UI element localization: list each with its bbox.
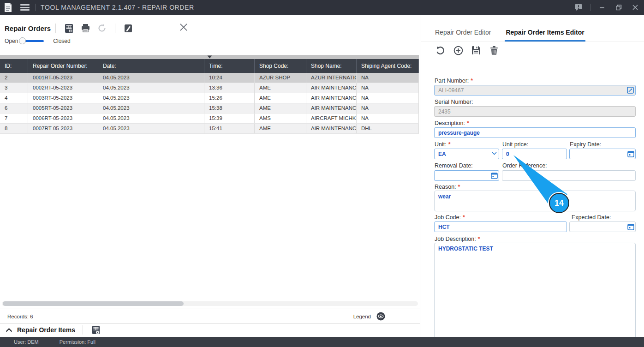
legend-label: Legend xyxy=(353,314,371,319)
column-header[interactable]: Time: xyxy=(204,59,255,73)
unit-select[interactable] xyxy=(434,149,499,159)
add-icon[interactable] xyxy=(453,45,463,55)
toolbar-separator xyxy=(83,325,83,335)
calendar-icon[interactable] xyxy=(627,223,634,230)
titlebar-separator xyxy=(590,4,590,11)
calendar-icon[interactable] xyxy=(491,172,498,179)
window-title: TOOL MANAGEMENT 2.1.407 - REPAIR ORDER xyxy=(41,4,194,11)
table-cell: AME xyxy=(255,103,306,113)
expected-date-label: Expected Date: xyxy=(572,214,611,221)
removal-date-field[interactable] xyxy=(434,170,499,181)
table-cell: 8 xyxy=(0,124,28,133)
table-row[interactable]: 70006RT-05-202304.05.202315:39AMSAIRCRAF… xyxy=(0,114,419,124)
table-cell: 10:24 xyxy=(204,73,255,83)
menu-icon[interactable] xyxy=(20,4,30,11)
delete-icon[interactable] xyxy=(489,45,499,55)
table-cell: 04.05.2023 xyxy=(98,103,204,113)
toggle-track[interactable] xyxy=(23,40,44,42)
column-header[interactable]: ID: xyxy=(0,59,28,73)
expiry-date-field[interactable] xyxy=(569,149,636,159)
column-header[interactable]: Shop Code: xyxy=(255,59,306,73)
collapse-up-icon[interactable] xyxy=(6,328,12,332)
table-row[interactable]: 40003RT-05-202304.05.202315:26AMEAIR MAI… xyxy=(0,93,419,103)
job-description-label: Job Description:* xyxy=(435,236,480,242)
part-number-field[interactable] xyxy=(434,85,636,96)
table-cell: AIR MAINTENANCE E... xyxy=(306,83,357,93)
table-row[interactable]: 20001RT-05-202304.05.202310:24AZUR SHOPA… xyxy=(0,73,419,83)
close-icon[interactable] xyxy=(630,2,640,12)
table-cell: 7 xyxy=(0,114,28,123)
table-cell: 6 xyxy=(0,103,28,113)
open-closed-toggle[interactable]: Open Closed xyxy=(5,38,71,44)
job-code-label: Job Code:* xyxy=(435,214,465,221)
editor-panel: Repair Order Editor Repair Order Items E… xyxy=(421,15,644,337)
horizontal-scrollbar[interactable] xyxy=(2,301,418,306)
status-user: User: DEM xyxy=(14,339,39,345)
table-cell: 0005RT-05-2023 xyxy=(28,103,98,113)
part-number-lookup-icon[interactable] xyxy=(627,87,634,94)
table-cell: AZUR INTERNATION... xyxy=(306,73,357,83)
job-description-field[interactable]: HYDROSTATIC TEST xyxy=(434,243,636,340)
edit-icon[interactable] xyxy=(123,23,133,33)
column-header[interactable]: Date: xyxy=(98,59,204,73)
expected-date-field[interactable] xyxy=(569,221,636,232)
scrollbar-thumb[interactable] xyxy=(3,301,184,306)
minimize-icon[interactable] xyxy=(597,2,607,12)
table-cell: 2 xyxy=(0,73,28,83)
table-row[interactable]: 80007RT-05-202304.05.202315:41AMEAIR MAI… xyxy=(0,124,419,134)
table-row[interactable]: 60005RT-05-202304.05.202315:38AMEAIR MAI… xyxy=(0,103,419,114)
expiry-date-label: Expiry Date: xyxy=(570,141,601,148)
chevron-down-icon[interactable] xyxy=(492,152,497,155)
table-row[interactable]: 30002RT-05-202304.05.202313:36AMEAIR MAI… xyxy=(0,83,419,93)
column-header[interactable]: Shop Name: xyxy=(306,59,357,73)
table-cell: NA xyxy=(357,73,419,83)
save-icon[interactable] xyxy=(471,45,481,55)
table-cell: 15:39 xyxy=(204,114,255,123)
repair-order-items-section[interactable]: Repair Order Items xyxy=(0,323,420,337)
table-cell: AME xyxy=(255,124,306,133)
unit-label: Unit:* xyxy=(435,141,451,148)
orders-table-header[interactable]: ID:Repair Order Number:Date:Time:Shop Co… xyxy=(0,59,419,73)
unit-price-field[interactable] xyxy=(502,149,567,159)
table-cell: 0001RT-05-2023 xyxy=(28,73,98,83)
reason-label: Reason:* xyxy=(435,184,460,190)
table-cell: DHL xyxy=(357,124,419,133)
table-cell: 13:36 xyxy=(204,83,255,93)
print-icon[interactable] xyxy=(80,23,90,33)
description-field[interactable] xyxy=(434,127,636,138)
export-excel-icon[interactable] xyxy=(91,325,101,335)
removal-date-label: Removal Date: xyxy=(435,162,473,169)
reason-field[interactable]: wear xyxy=(434,191,636,211)
toggle-knob[interactable] xyxy=(19,37,26,44)
job-code-field[interactable] xyxy=(434,221,567,232)
column-header[interactable]: Repair Order Number: xyxy=(28,59,98,73)
column-header[interactable]: Shiping Agent Code: xyxy=(357,59,419,73)
tab-repair-order-items-editor[interactable]: Repair Order Items Editor xyxy=(505,25,585,42)
records-bar: Records: 6 Legend xyxy=(0,309,420,324)
table-cell: AME xyxy=(255,93,306,103)
order-reference-field[interactable] xyxy=(502,170,636,181)
table-cell: AIR MAINTENANCE E... xyxy=(306,103,357,113)
serial-number-field[interactable] xyxy=(434,106,636,117)
editor-toolbar xyxy=(435,45,499,55)
table-cell: 15:26 xyxy=(204,93,255,103)
undo-icon[interactable] xyxy=(435,45,445,55)
restore-icon[interactable] xyxy=(614,2,624,12)
table-cell: 04.05.2023 xyxy=(98,114,204,123)
orders-table-body: 20001RT-05-202304.05.202310:24AZUR SHOPA… xyxy=(0,73,419,134)
table-cell: 4 xyxy=(0,93,28,103)
close-panel-icon[interactable] xyxy=(179,23,188,31)
feedback-icon[interactable] xyxy=(573,2,584,12)
refresh-icon[interactable] xyxy=(97,23,107,33)
export-excel-icon[interactable] xyxy=(64,23,74,33)
table-cell: NA xyxy=(357,83,419,93)
tab-repair-order-editor[interactable]: Repair Order Editor xyxy=(434,25,492,42)
panel-title: Repair Orders xyxy=(5,24,51,32)
table-cell: AMS xyxy=(255,114,306,123)
grid-splitter-handle[interactable] xyxy=(0,55,419,59)
callout-badge: 14 xyxy=(549,193,569,213)
calendar-icon[interactable] xyxy=(627,150,634,157)
eye-icon[interactable] xyxy=(376,312,385,321)
table-cell: AIR MAINTENANCE E... xyxy=(306,93,357,103)
table-cell: 15:41 xyxy=(204,124,255,133)
